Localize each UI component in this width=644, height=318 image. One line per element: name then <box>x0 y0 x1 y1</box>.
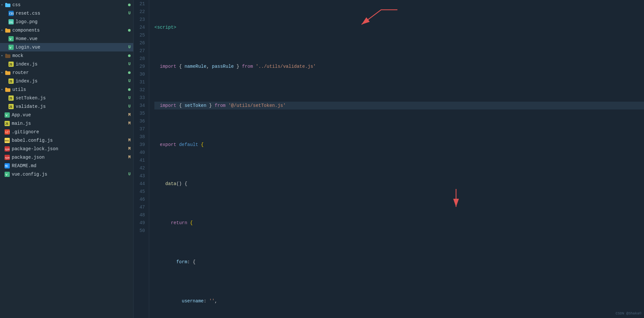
svg-text:JS: JS <box>9 63 12 66</box>
svg-text:V: V <box>6 114 7 117</box>
svg-text:V: V <box>9 46 11 49</box>
sidebar-item-settoken[interactable]: JS setToken.js U <box>0 94 133 102</box>
svg-text:V: V <box>6 173 7 176</box>
sidebar-item-reset-css[interactable]: CSS reset.css U <box>0 9 133 18</box>
git-badge: M <box>128 138 131 143</box>
sidebar-item-label: setToken.js <box>16 95 126 101</box>
sidebar-item-app-vue[interactable]: V App.vue M <box>0 111 133 119</box>
code-line-22: import { nameRule, passRule } from '../u… <box>154 63 644 70</box>
svg-text:CSS: CSS <box>9 12 14 15</box>
sidebar-item-components[interactable]: ▾ components <box>0 26 133 35</box>
sidebar-item-label: validate.js <box>16 104 126 109</box>
git-file-icon: GIT <box>4 129 10 135</box>
git-badge: M <box>128 121 131 126</box>
sidebar-item-utils[interactable]: ▾ utils <box>0 85 133 94</box>
svg-text:GIT: GIT <box>5 131 10 134</box>
code-line-26: return { <box>154 219 644 227</box>
sidebar-item-babel[interactable]: BAEL babel.config.js M <box>0 136 133 145</box>
sidebar-item-login-vue[interactable]: V Login.vue U <box>0 43 133 51</box>
status-dot <box>128 4 131 6</box>
svg-text:JS: JS <box>9 97 12 100</box>
git-badge: U <box>128 45 131 50</box>
git-badge: U <box>128 62 131 66</box>
sidebar-item-label: logo.png <box>16 19 131 24</box>
npm-file-icon: npm <box>4 146 10 152</box>
code-line-21: <script> <box>154 23 644 31</box>
svg-rect-22 <box>5 88 7 89</box>
git-badge: M <box>128 147 131 151</box>
sidebar-item-gitignore[interactable]: GIT .gitignore <box>0 128 133 136</box>
chevron-down-icon: ▾ <box>0 54 4 58</box>
git-badge: U <box>128 11 131 16</box>
svg-rect-2 <box>5 3 7 4</box>
js-file-icon: JS <box>8 61 14 67</box>
svg-text:V: V <box>9 37 11 41</box>
vue-file-icon: V <box>4 171 10 178</box>
svg-rect-18 <box>5 71 7 72</box>
svg-rect-8 <box>5 28 7 30</box>
css-file-icon: CSS <box>8 10 14 17</box>
sidebar-item-label: utils <box>12 87 128 92</box>
sidebar-item-label: package.json <box>12 155 126 160</box>
status-dot <box>128 54 131 57</box>
vue-file-icon: V <box>4 112 10 118</box>
svg-text:BAEL: BAEL <box>5 139 10 142</box>
file-tree: ▾ css CSS reset.css U IMG logo.png <box>0 0 133 179</box>
md-file-icon: MD <box>4 163 10 169</box>
watermark: CSDN @Shaka© <box>616 311 641 315</box>
sidebar-item-validate[interactable]: JS validate.js U <box>0 102 133 111</box>
code-area: 21 22 23 24 25 26 27 28 29 30 31 32 33 3… <box>134 0 644 318</box>
sidebar-item-label: README.md <box>12 163 131 168</box>
file-explorer: ▾ css CSS reset.css U IMG logo.png <box>0 0 134 318</box>
sidebar-item-main-js[interactable]: JS main.js M <box>0 119 133 128</box>
js-file-icon: JS <box>8 103 14 110</box>
svg-text:npm: npm <box>5 156 10 159</box>
sidebar-item-label: components <box>12 28 128 33</box>
sidebar-item-home-vue[interactable]: V Home.vue <box>0 35 133 43</box>
sidebar-item-label: package-lock.json <box>12 146 126 152</box>
sidebar-item-router[interactable]: ▾ router <box>0 68 133 77</box>
chevron-down-icon: ▾ <box>0 3 4 7</box>
svg-text:JS: JS <box>5 123 8 125</box>
sidebar-item-css[interactable]: ▾ css <box>0 1 133 9</box>
svg-text:JS: JS <box>9 106 12 108</box>
sidebar-item-label: Home.vue <box>16 36 131 41</box>
sidebar-item-mock-index[interactable]: JS index.js U <box>0 60 133 68</box>
sidebar-item-label: router <box>12 70 128 75</box>
svg-rect-14 <box>5 54 7 55</box>
code-line-28: username: '', <box>154 297 644 305</box>
sidebar-item-label: index.js <box>16 62 126 67</box>
status-dot <box>128 29 131 32</box>
code-line-24: export default { <box>154 141 644 149</box>
folder-utils-icon <box>5 86 11 93</box>
sidebar-item-label: main.js <box>12 121 126 126</box>
sidebar-item-label: .gitignore <box>12 129 131 135</box>
code-line-23: import { setToken } from '@/utils/setTok… <box>154 102 644 109</box>
vue-file-icon: V <box>8 44 14 51</box>
sidebar-item-label: index.js <box>16 79 126 84</box>
vue-file-icon: V <box>8 36 14 42</box>
sidebar-item-logo-png[interactable]: IMG logo.png <box>0 18 133 26</box>
sidebar-item-label: vue.config.js <box>12 172 126 177</box>
sidebar-item-readme[interactable]: MD README.md <box>0 162 133 170</box>
chevron-down-icon: ▾ <box>0 88 4 92</box>
sidebar-item-mock[interactable]: ▾ mock <box>0 51 133 60</box>
image-file-icon: IMG <box>8 19 14 25</box>
sidebar-item-package-json[interactable]: npm package.json M <box>0 153 133 162</box>
git-badge: M <box>128 113 131 117</box>
folder-components-icon <box>5 27 11 34</box>
sidebar-item-router-index[interactable]: JS index.js U <box>0 77 133 85</box>
sidebar-item-label: babel.config.js <box>12 138 126 143</box>
sidebar-item-vue-config[interactable]: V vue.config.js U <box>0 170 133 179</box>
npm-file-icon: npm <box>4 154 10 161</box>
git-badge: U <box>128 104 131 109</box>
git-badge: U <box>128 172 131 177</box>
git-badge: U <box>128 96 131 100</box>
js-file-icon: JS <box>8 78 14 84</box>
code-editor: 21 22 23 24 25 26 27 28 29 30 31 32 33 3… <box>134 0 644 318</box>
sidebar-item-package-lock[interactable]: npm package-lock.json M <box>0 145 133 153</box>
chevron-down-icon: ▾ <box>0 28 4 32</box>
line-numbers: 21 22 23 24 25 26 27 28 29 30 31 32 33 3… <box>134 0 149 318</box>
sidebar-item-label: Login.vue <box>16 45 126 50</box>
chevron-down-icon: ▾ <box>0 71 4 75</box>
